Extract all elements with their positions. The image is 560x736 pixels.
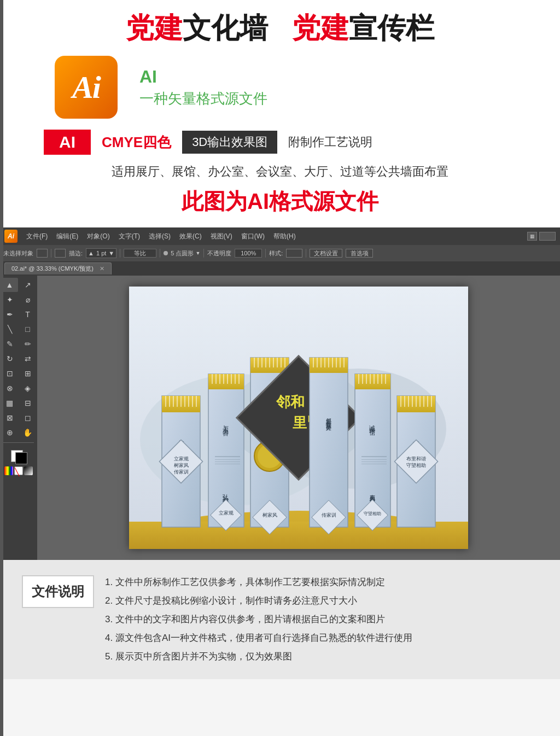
- ai-app-section: Ai 文件(F) 编辑(E) 对象(O) 文字(T) 选择(S) 效果(C) 视…: [0, 227, 560, 560]
- color-icon[interactable]: [4, 466, 13, 475]
- hand-tool[interactable]: ✋: [20, 425, 36, 440]
- menu-help[interactable]: 帮助(H): [269, 231, 300, 242]
- zoom-tool[interactable]: ⊕: [2, 425, 18, 440]
- pen-tool[interactable]: ✒: [2, 307, 18, 322]
- menu-object[interactable]: 对象(O): [83, 231, 114, 242]
- tool-row-10: ⊠ ◻: [1, 411, 36, 425]
- note-2: 2. 文件尺寸是投稿比例缩小设计，制作时请务必注意尺寸大小: [105, 592, 538, 610]
- tool-row-8: ⊗ ◈: [1, 381, 36, 395]
- menu-items: 文件(F) 编辑(E) 对象(O) 文字(T) 选择(S) 效果(C) 视图(V…: [22, 231, 300, 242]
- svg-text:传家训: 传家训: [322, 512, 336, 518]
- slice-tool[interactable]: ⊠: [2, 411, 18, 425]
- svg-text:传家训: 传家训: [174, 469, 189, 475]
- line-tool[interactable]: ╲: [2, 322, 18, 336]
- menu-select[interactable]: 选择(S): [144, 231, 175, 242]
- tool-row-9: ▦ ⊟: [1, 396, 36, 410]
- opacity-input[interactable]: 100%: [235, 249, 262, 258]
- title-red-1: 党建: [126, 12, 183, 44]
- svg-text:布里和谐: 布里和谐: [406, 456, 426, 462]
- fill-stroke-indicator[interactable]: [9, 448, 28, 465]
- tags-row: AI CMYE四色 3D输出效果图 附制作工艺说明: [22, 130, 538, 155]
- menu-window[interactable]: 窗口(W): [237, 231, 269, 242]
- tab-bar: 02.ai* @ 33.33% (CMYK/预览) ✕: [0, 261, 560, 276]
- svg-rect-86: [361, 464, 387, 464]
- tool-row-7: ⊡ ⊞: [1, 366, 36, 381]
- stroke-swatch[interactable]: [15, 452, 27, 464]
- magic-wand-tool[interactable]: ✦: [2, 293, 18, 307]
- eraser-tool[interactable]: ◻: [20, 411, 36, 425]
- svg-text:树家风: 树家风: [262, 512, 277, 518]
- close-tab-icon[interactable]: ✕: [100, 265, 104, 272]
- select-tool[interactable]: ▲: [2, 278, 18, 292]
- title-red-2: 党建: [292, 12, 349, 44]
- type-tool[interactable]: T: [20, 307, 36, 322]
- ai-label: AI: [139, 67, 267, 87]
- main-title: 党建文化墙 党建宣传栏: [22, 11, 538, 45]
- stroke-value-input[interactable]: ▲ 1 pt ▼: [86, 248, 116, 258]
- symbol-tool[interactable]: ◈: [20, 381, 36, 395]
- ai-logo: Ai: [55, 56, 118, 119]
- notes-list: 1. 文件中所标制作工艺仅供参考，具体制作工艺要根据实际情况制定 2. 文件尺寸…: [105, 573, 538, 666]
- blend-tool[interactable]: ⊗: [2, 381, 18, 395]
- rect-tool[interactable]: □: [20, 322, 36, 336]
- file-label: 文件说明: [22, 575, 94, 608]
- mirror-tool[interactable]: ⇄: [20, 352, 36, 366]
- pencil-tool[interactable]: ✏: [20, 337, 36, 351]
- toolbar-divider-6: [306, 249, 306, 258]
- warp-tool[interactable]: ⊞: [20, 366, 36, 381]
- none-icon[interactable]: ╲: [14, 466, 23, 475]
- preferences-btn[interactable]: 首选项: [346, 249, 373, 258]
- direct-select-tool[interactable]: ↗: [20, 278, 36, 292]
- toolbar-divider-3: [160, 249, 160, 258]
- canvas-document: 传承孝德精神 立家规 树家风 传家训: [129, 287, 468, 549]
- file-notes: 文件说明 1. 文件中所标制作工艺仅供参考，具体制作工艺要根据实际情况制定 2.…: [22, 573, 538, 666]
- selection-box[interactable]: [37, 249, 48, 258]
- canvas-area: 传承孝德精神 立家规 树家风 传家训: [37, 276, 560, 560]
- doc-tab[interactable]: 02.ai* @ 33.33% (CMYK/预览) ✕: [4, 262, 112, 274]
- svg-rect-36: [215, 464, 240, 464]
- style-selector[interactable]: [286, 249, 302, 258]
- svg-text:立家规: 立家规: [174, 456, 189, 462]
- tool-row-4: ╲ □: [1, 322, 36, 336]
- tool-row-2: ✦ ⌀: [1, 293, 36, 307]
- doc-tab-label: 02.ai* @ 33.33% (CMYK/预览): [11, 265, 94, 272]
- view-toggle-icon[interactable]: ▦: [527, 232, 537, 241]
- toolbar-bar: 未选择对象 描边: ▲ 1 pt ▼ 等比 5 点圆形 ▼ 不透明度 100% …: [0, 245, 560, 261]
- brush-selector[interactable]: 5 点圆形 ▼: [164, 249, 200, 258]
- tool-row-1: ▲ ↗: [1, 278, 36, 292]
- toolbar-divider-5: [265, 249, 266, 258]
- ai-info-row: Ai AI 一种矢量格式源文件: [22, 56, 538, 119]
- scale-tool[interactable]: ⊡: [2, 366, 18, 381]
- doc-settings-btn[interactable]: 文档设置: [310, 249, 342, 258]
- note-3: 3. 文件中的文字和图片内容仅供参考，图片请根据自己的文案和图片: [105, 610, 538, 629]
- menu-effect[interactable]: 效果(C): [175, 231, 206, 242]
- bottom-section: 文件说明 1. 文件中所标制作工艺仅供参考，具体制作工艺要根据实际情况制定 2.…: [0, 560, 560, 679]
- ai-text-block: AI 一种矢量格式源文件: [139, 67, 267, 108]
- artboard-tool[interactable]: ⊟: [20, 396, 36, 410]
- no-selection-label: 未选择对象: [3, 249, 33, 258]
- paintbrush-tool[interactable]: ✎: [2, 337, 18, 351]
- menu-file[interactable]: 文件(F): [22, 231, 52, 242]
- lasso-tool[interactable]: ⌀: [20, 293, 36, 307]
- workspace: ▲ ↗ ✦ ⌀ ✒ T ╲ □ ✎ ✏ ↻ ⇄: [0, 276, 560, 560]
- menu-text[interactable]: 文字(T): [114, 231, 144, 242]
- menu-edit[interactable]: 编辑(E): [52, 231, 83, 242]
- opacity-label: 不透明度: [207, 249, 231, 258]
- tool-divider: [3, 442, 34, 443]
- note-4: 4. 源文件包含AI一种文件格式，使用者可自行选择自己熟悉的软件进行使用: [105, 629, 538, 647]
- svg-text:守望相助: 守望相助: [364, 511, 381, 516]
- gradient-icon[interactable]: [24, 466, 33, 475]
- ratio-select[interactable]: 等比: [124, 249, 156, 258]
- usage-text: 适用展厅、展馆、办公室、会议室、大厅、过道等公共墙面布置: [22, 163, 538, 180]
- toolbar-divider-4: [203, 249, 204, 258]
- svg-rect-35: [215, 462, 240, 462]
- column-graph-tool[interactable]: ▦: [2, 396, 18, 410]
- toolbar-divider-2: [120, 249, 120, 258]
- rotate-tool[interactable]: ↻: [2, 352, 18, 366]
- menu-view[interactable]: 视图(V): [206, 231, 237, 242]
- tool-row-6: ↻ ⇄: [1, 352, 36, 366]
- tag-cmyk: CMYE四色: [102, 133, 171, 152]
- stroke-box[interactable]: [55, 249, 66, 258]
- toolbar-divider-1: [51, 249, 51, 258]
- layout-toggle-icon[interactable]: [539, 232, 556, 241]
